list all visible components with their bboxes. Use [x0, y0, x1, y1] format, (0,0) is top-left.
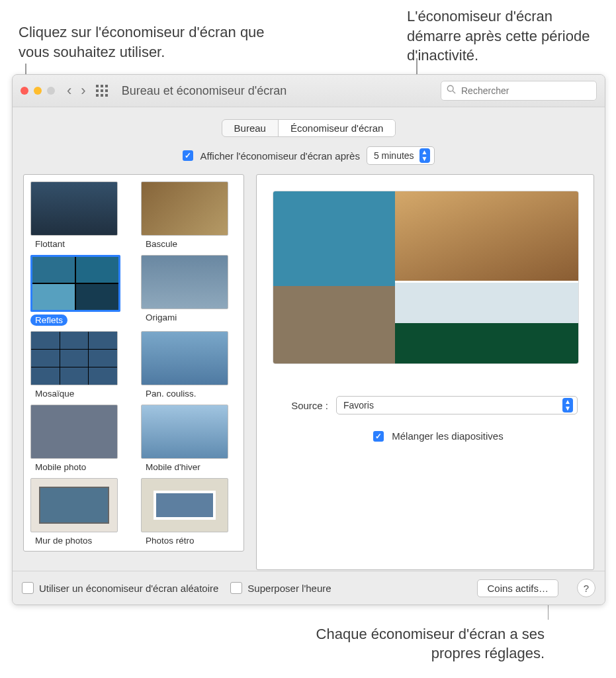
svg-rect-4	[101, 89, 103, 92]
random-row: Utiliser un économiseur d'écran aléatoir…	[22, 582, 218, 594]
show-after-popup[interactable]: 5 minutes ▲▼	[367, 146, 435, 165]
search-field[interactable]	[441, 81, 597, 101]
show-after-value: 5 minutes	[374, 150, 414, 161]
screensaver-name: Origami	[141, 312, 181, 323]
shuffle-checkbox[interactable]: ✓	[373, 431, 384, 442]
source-value: Favoris	[343, 400, 374, 411]
screensaver-item[interactable]: Mur de photos	[30, 478, 126, 546]
svg-line-10	[453, 91, 455, 93]
screensaver-name: Bascule	[141, 238, 182, 250]
svg-point-9	[447, 85, 453, 91]
tab-group: Bureau Économiseur d'écran	[23, 119, 594, 137]
screensaver-item[interactable]: Reflets	[30, 255, 126, 326]
screensaver-item[interactable]: Mobile photo	[30, 405, 126, 473]
popup-arrows-icon: ▲▼	[562, 398, 573, 412]
screensaver-thumb	[30, 478, 118, 532]
screensaver-item[interactable]: Origami	[141, 255, 237, 326]
svg-rect-2	[105, 85, 108, 87]
window-controls	[21, 87, 55, 95]
clock-row: Superposer l'heure	[230, 582, 331, 594]
svg-rect-0	[96, 85, 99, 87]
screensaver-thumb	[30, 405, 118, 459]
source-label: Source :	[273, 400, 328, 411]
screensaver-item[interactable]: Bascule	[141, 181, 237, 250]
close-button[interactable]	[21, 87, 28, 95]
help-button[interactable]: ?	[577, 579, 595, 597]
window-title: Bureau et économiseur d'écran	[122, 84, 287, 98]
callout-settings: Chaque économiseur d'écran a ses propres…	[280, 624, 545, 663]
random-label: Utiliser un économiseur d'écran aléatoir…	[39, 583, 218, 594]
screensaver-item[interactable]: Pan. couliss.	[141, 331, 237, 399]
screensaver-item[interactable]: Photos rétro	[141, 478, 237, 546]
footer: Utiliser un économiseur d'écran aléatoir…	[13, 571, 605, 605]
minimize-button[interactable]	[34, 87, 42, 95]
search-icon	[447, 85, 456, 97]
screensaver-name: Photos rétro	[141, 535, 199, 546]
screensaver-thumb	[141, 331, 228, 385]
screensaver-item[interactable]: Mosaïque	[30, 331, 126, 399]
popup-arrows-icon: ▲▼	[419, 148, 430, 163]
tab-desktop[interactable]: Bureau	[222, 120, 278, 136]
screensaver-name: Pan. couliss.	[141, 388, 201, 399]
forward-button[interactable]: ›	[81, 83, 85, 98]
screensaver-item[interactable]: Flottant	[30, 181, 126, 250]
svg-rect-7	[101, 94, 103, 97]
random-checkbox[interactable]	[22, 582, 34, 594]
svg-rect-1	[101, 85, 103, 87]
svg-rect-8	[105, 94, 108, 97]
show-after-row: ✓ Afficher l'économiseur d'écran après 5…	[23, 146, 594, 165]
nav-arrows: ‹ ›	[67, 83, 86, 98]
screensaver-name: Mobile photo	[30, 461, 91, 473]
screensaver-thumb	[30, 331, 118, 385]
screensaver-thumb	[141, 478, 228, 532]
screensaver-name: Mosaïque	[30, 388, 79, 399]
show-all-icon[interactable]	[95, 84, 109, 97]
source-row: Source : Favoris ▲▼	[273, 396, 578, 414]
clock-checkbox[interactable]	[230, 582, 242, 594]
back-button[interactable]: ‹	[67, 83, 71, 98]
callout-start-after: L'économiseur d'écran démarre après cett…	[407, 7, 605, 66]
tab-screensaver[interactable]: Économiseur d'écran	[278, 120, 395, 136]
show-after-checkbox[interactable]: ✓	[183, 150, 193, 161]
search-input[interactable]	[460, 85, 591, 97]
callout-click-saver: Cliquez sur l'économiseur d'écran que vo…	[19, 23, 290, 62]
zoom-button[interactable]	[47, 87, 55, 95]
screensaver-name: Mur de photos	[30, 535, 97, 546]
titlebar: ‹ › Bureau et économiseur d'écran	[13, 75, 605, 107]
preferences-window: ‹ › Bureau et économiseur d'écran	[12, 74, 605, 605]
screensaver-name: Flottant	[30, 238, 69, 250]
options-pane: Source : Favoris ▲▼ ✓ Mélanger les diapo…	[256, 174, 594, 570]
screensaver-thumb	[141, 405, 228, 459]
screensaver-thumb	[30, 181, 118, 236]
show-after-label: Afficher l'économiseur d'écran après	[200, 150, 359, 162]
source-popup[interactable]: Favoris ▲▼	[336, 396, 578, 414]
screensaver-list[interactable]: FlottantBasculeRefletsOrigamiMosaïquePan…	[23, 174, 244, 552]
screensaver-preview	[273, 191, 579, 364]
shuffle-label: Mélanger les diapositives	[392, 430, 503, 442]
screensaver-name: Mobile d'hiver	[141, 461, 205, 473]
screensaver-item[interactable]: Mobile d'hiver	[141, 405, 237, 473]
svg-rect-6	[96, 94, 99, 97]
svg-rect-5	[105, 89, 108, 92]
screensaver-thumb	[141, 255, 228, 309]
screensaver-name: Reflets	[30, 315, 67, 326]
hot-corners-button[interactable]: Coins actifs…	[477, 579, 558, 597]
screensaver-thumb	[141, 181, 228, 236]
clock-label: Superposer l'heure	[247, 583, 331, 594]
screensaver-thumb	[30, 255, 120, 312]
svg-rect-3	[96, 89, 99, 92]
shuffle-row: ✓ Mélanger les diapositives	[299, 430, 578, 442]
